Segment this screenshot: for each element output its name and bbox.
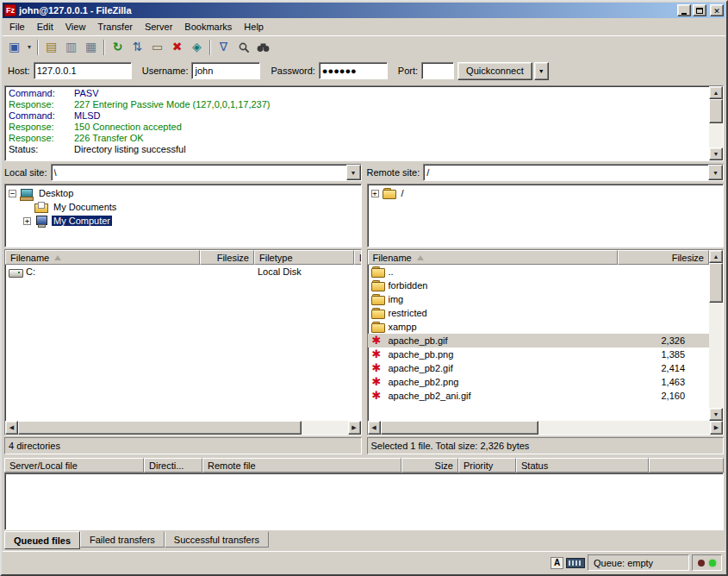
scroll-up-icon[interactable]: ▲ [709,250,723,263]
queue-column-size[interactable]: Size [401,458,458,473]
tab-queued-files[interactable]: Queued files [4,531,80,549]
scroll-left-icon[interactable]: ◀ [368,421,381,435]
remote-tree-item-node[interactable]: +/ [369,186,723,200]
site-manager-dropdown[interactable]: ▾ [24,38,34,57]
local-tree-item-desktop[interactable]: −Desktop [6,186,360,200]
minimize-button[interactable] [677,4,691,16]
queue-column-status[interactable]: Status [516,458,649,473]
scrollbar-track[interactable] [381,421,711,435]
remote-pane: Remote site: ▼ +/ FilenameFilesize ..for… [367,163,725,454]
password-input[interactable] [319,62,388,79]
local-site-dropdown[interactable]: ▼ [346,165,361,180]
queue-column-remote-file[interactable]: Remote file [202,458,401,473]
scroll-right-icon[interactable]: ▶ [710,421,723,435]
filter-icon[interactable]: ∇ [214,38,233,57]
scroll-down-icon[interactable]: ▼ [709,147,723,160]
local-column-l[interactable]: L [354,250,361,265]
local-tree-item-my-computer[interactable]: +My Computer [6,214,360,228]
find-icon[interactable] [233,38,253,57]
remote-vscrollbar[interactable]: ▲ ▼ [709,250,723,421]
title-bar[interactable]: Fz john@127.0.0.1 - FileZilla ✕ [3,3,725,18]
remote-file-apache-pb-png[interactable]: apache_pb.png1,385 [368,347,710,361]
toggle-queue-icon[interactable]: ▭ [147,38,167,57]
maximize-button[interactable] [693,4,706,16]
queue-column-priority[interactable]: Priority [458,458,516,473]
scrollbar-thumb[interactable] [709,99,723,123]
toggle-log-icon[interactable]: ▤ [41,38,61,57]
remote-hscrollbar[interactable]: ◀ ▶ [368,421,724,435]
remote-file-restricted[interactable]: restricted [368,306,710,320]
menu-view[interactable]: View [59,20,92,34]
remote-file-apache-pb2-ani-gif[interactable]: apache_pb2_ani.gif2,160 [368,389,710,403]
process-queue-icon[interactable]: ⇅ [128,38,147,57]
toggle-remote-tree-icon[interactable]: ▦ [81,38,101,57]
tab-failed-transfers[interactable]: Failed transfers [80,531,165,548]
status-bar: A Queue: empty [3,551,725,573]
quickconnect-button[interactable]: Quickconnect [457,62,532,80]
remote-site-combo[interactable]: ▼ [423,164,724,181]
remote-status-text: Selected 1 file. Total size: 2,326 bytes [371,441,530,451]
scrollbar-track[interactable] [18,421,348,435]
scrollbar-track[interactable] [709,99,723,147]
expand-toggle-icon[interactable]: + [371,190,379,197]
queue-column-directi[interactable]: Directi... [144,458,202,473]
scrollbar-thumb[interactable] [18,421,302,435]
close-icon: ✕ [713,7,720,16]
remote-file-node[interactable]: .. [368,265,710,279]
scroll-up-icon[interactable]: ▲ [709,86,723,99]
disconnect-icon[interactable]: ◈ [187,38,207,57]
log-line-command: Command:PASV [9,88,708,99]
log-scrollbar[interactable]: ▲ ▼ [709,86,723,160]
remote-file-forbidden[interactable]: forbidden [368,279,710,292]
site-manager-icon[interactable]: ▣ [4,38,24,57]
collapse-toggle-icon[interactable]: − [9,190,16,197]
local-column-filename[interactable]: Filename [5,250,200,265]
remote-column-filename[interactable]: Filename [368,250,618,265]
port-input[interactable] [421,62,454,79]
sync-browsing-icon[interactable] [253,38,273,57]
quickconnect-dropdown[interactable]: ▼ [534,62,549,80]
menu-bookmarks[interactable]: Bookmarks [178,20,238,34]
apache-image-icon [371,391,385,402]
quickconnect-bar: Host: Username: Password: Port: Quickcon… [3,58,725,84]
queue-column-server-local-file[interactable]: Server/Local file [4,458,144,473]
refresh-icon[interactable]: ↻ [108,38,128,57]
tab-successful-transfers[interactable]: Successful transfers [165,531,269,548]
local-column-filetype[interactable]: Filetype [254,250,354,265]
menu-file[interactable]: File [3,20,31,34]
remote-file-apache-pb2-png[interactable]: apache_pb2.png1,463 [368,375,710,389]
scrollbar-thumb[interactable] [709,263,723,303]
menu-transfer[interactable]: Transfer [91,20,139,34]
local-hscrollbar[interactable]: ◀ ▶ [5,421,361,435]
scrollbar-track[interactable] [709,263,723,408]
remote-file-apache-pb2-gif[interactable]: apache_pb2.gif2,414 [368,361,710,375]
local-tree-item-my-documents[interactable]: My Documents [6,200,360,214]
scrollbar-thumb[interactable] [381,421,539,435]
remote-file-img[interactable]: img [368,292,710,306]
host-input[interactable] [34,62,132,79]
abort-icon[interactable]: ✖ [167,38,187,57]
scroll-left-icon[interactable]: ◀ [5,421,18,435]
username-input[interactable] [191,62,260,79]
local-site-combo[interactable]: ▼ [51,164,362,181]
local-file-c[interactable]: C:Local Disk [5,265,361,279]
folder-icon [371,294,385,305]
remote-site-dropdown[interactable]: ▼ [708,165,723,180]
remote-site-input[interactable] [424,165,708,180]
scroll-down-icon[interactable]: ▼ [709,408,723,421]
remote-file-apache-pb-gif[interactable]: apache_pb.gif2,326 [368,334,710,347]
menu-server[interactable]: Server [139,20,178,34]
local-site-input[interactable] [52,165,346,180]
queue-list[interactable] [4,473,724,530]
remote-file-xampp[interactable]: xampp [368,320,710,334]
menu-help[interactable]: Help [238,20,270,34]
scroll-right-icon[interactable]: ▶ [348,421,361,435]
toggle-local-tree-icon[interactable]: ▥ [61,38,81,57]
menu-edit[interactable]: Edit [31,20,59,34]
close-button[interactable]: ✕ [710,4,724,16]
remote-list-header: FilenameFilesize [368,250,710,265]
remote-column-filesize[interactable]: Filesize [618,250,710,265]
local-column-filesize[interactable]: Filesize [200,250,254,265]
sort-ascending-icon [54,255,61,260]
expand-toggle-icon[interactable]: + [23,217,31,225]
